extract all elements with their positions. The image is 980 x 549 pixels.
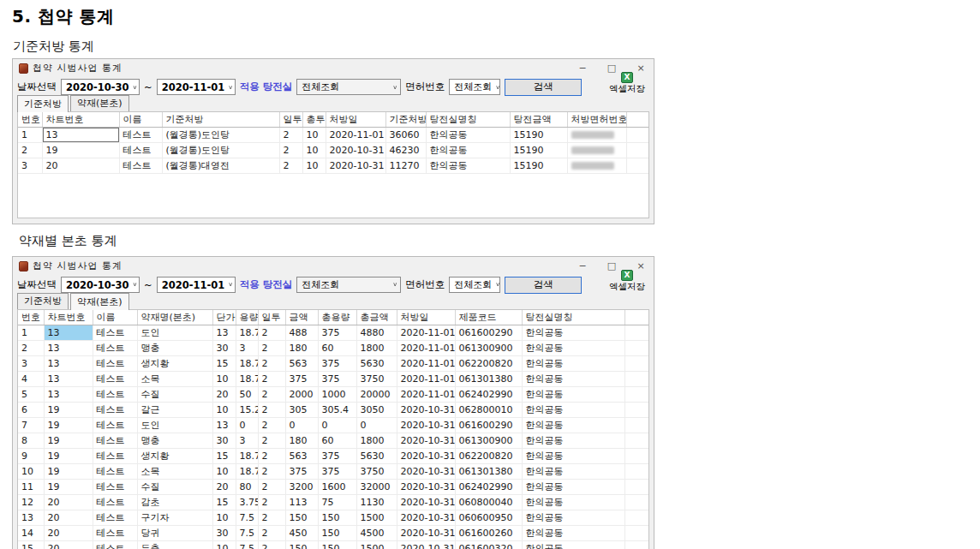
cell[interactable]: 50 (236, 387, 258, 403)
cell[interactable]: 13 (44, 356, 93, 372)
tab-herb-material[interactable]: 약재(본초) (70, 293, 129, 310)
cell[interactable]: (월경통)도인탕 (162, 143, 279, 158)
cell[interactable]: 150 (318, 510, 356, 526)
cell[interactable]: 소목 (137, 464, 212, 480)
cell[interactable]: 3200 (285, 480, 318, 495)
cell[interactable]: 5630 (356, 356, 397, 372)
cell[interactable]: 150 (285, 541, 318, 549)
cell[interactable]: 2 (258, 372, 285, 387)
cell[interactable]: 2020-11-01 (397, 372, 455, 387)
cell[interactable]: 테스트 (93, 541, 137, 549)
pharmacy-combobox[interactable]: 전체조회 ∨ (296, 277, 401, 293)
column-header[interactable]: 기준처방금 (385, 112, 426, 128)
cell[interactable]: 150 (318, 526, 356, 541)
excel-save-button[interactable]: X 엑셀저장 (606, 72, 648, 94)
cell[interactable]: 테스트 (93, 418, 137, 433)
cell[interactable]: 13 (18, 510, 44, 526)
cell[interactable]: 한의공동 (426, 158, 510, 174)
cell[interactable]: 46230 (385, 143, 426, 158)
cell[interactable]: 테스트 (93, 526, 137, 541)
cell[interactable]: 20000 (356, 387, 397, 403)
cell[interactable]: 062402990 (455, 480, 522, 495)
minimize-icon[interactable]: − (577, 261, 588, 272)
cell[interactable]: 테스트 (93, 341, 137, 356)
cell[interactable]: 2020-10-31 (397, 480, 455, 495)
cell[interactable]: 375 (318, 449, 356, 464)
cell[interactable]: 한의공동 (522, 356, 624, 372)
cell[interactable]: 2 (258, 480, 285, 495)
cell[interactable]: 2020-10-31 (397, 418, 455, 433)
cell[interactable]: 375 (318, 356, 356, 372)
cell[interactable]: 테스트 (93, 325, 137, 341)
cell[interactable]: 75 (318, 495, 356, 510)
cell[interactable]: 7.5 (236, 541, 258, 549)
cell[interactable]: 10 (212, 464, 236, 480)
cell[interactable]: 18.7 (236, 325, 258, 341)
cell[interactable]: 061300900 (455, 341, 522, 356)
pharmacy-combobox[interactable]: 전체조회 ∨ (296, 79, 401, 95)
column-header[interactable]: 총투 (302, 112, 326, 128)
cell[interactable]: 060800040 (455, 495, 522, 510)
cell[interactable]: 2020-10-31 (326, 143, 385, 158)
cell[interactable]: 한의공동 (522, 495, 624, 510)
column-header[interactable]: 처방일 (397, 310, 455, 325)
cell[interactable]: 20 (44, 510, 93, 526)
cell[interactable]: 2020-11-01 (397, 341, 455, 356)
cell[interactable]: 테스트 (93, 510, 137, 526)
cell[interactable]: 2 (258, 495, 285, 510)
cell[interactable]: 0 (318, 418, 356, 433)
column-header[interactable]: 기준처방 (162, 112, 279, 128)
column-header[interactable]: 탕전실명칭 (522, 310, 624, 325)
cell[interactable]: 450 (285, 526, 318, 541)
cell[interactable]: 2 (258, 510, 285, 526)
cell[interactable]: 11 (18, 480, 44, 495)
cell[interactable]: 15 (212, 495, 236, 510)
cell[interactable]: (월경통)도인탕 (162, 128, 279, 143)
cell[interactable]: 3 (236, 433, 258, 449)
cell[interactable]: 테스트 (93, 449, 137, 464)
cell[interactable]: 13 (44, 341, 93, 356)
cell[interactable]: 10 (212, 403, 236, 418)
column-header[interactable]: 단가 (212, 310, 236, 325)
column-header[interactable]: 이름 (93, 310, 137, 325)
cell[interactable]: 20 (42, 158, 119, 174)
cell[interactable]: 갈근 (137, 403, 212, 418)
cell[interactable]: 2 (258, 464, 285, 480)
cell[interactable]: 060600950 (455, 510, 522, 526)
cell[interactable]: 2020-10-31 (397, 526, 455, 541)
cell[interactable]: 0 (285, 418, 318, 433)
date-to-combobox[interactable]: 2020-11-01 ∨ (157, 79, 236, 95)
cell[interactable]: 10 (18, 464, 44, 480)
column-header[interactable]: 차트번호 (44, 310, 93, 325)
cell[interactable]: 0 (236, 418, 258, 433)
cell[interactable]: 한의공동 (522, 510, 624, 526)
cell[interactable]: 한의공동 (522, 464, 624, 480)
search-button[interactable]: 검색 (505, 79, 582, 96)
cell[interactable]: 10 (212, 510, 236, 526)
cell[interactable]: 10 (302, 143, 326, 158)
cell[interactable]: 563 (285, 356, 318, 372)
cell[interactable]: 10 (212, 541, 236, 549)
cell[interactable]: 4 (18, 372, 44, 387)
cell[interactable]: 3 (18, 356, 44, 372)
column-header[interactable]: 번호 (18, 112, 42, 128)
cell[interactable]: 19 (44, 464, 93, 480)
cell[interactable]: 60 (318, 433, 356, 449)
cell[interactable]: 1 (18, 325, 44, 341)
cell[interactable]: 2020-11-01 (397, 325, 455, 341)
cell[interactable]: 061300900 (455, 433, 522, 449)
cell[interactable]: 15 (212, 356, 236, 372)
column-header[interactable]: 탕전실명칭 (426, 112, 510, 128)
cell[interactable]: 180 (285, 341, 318, 356)
cell[interactable]: 테스트 (93, 356, 137, 372)
cell[interactable]: 테스트 (93, 372, 137, 387)
cell[interactable]: 테스트 (93, 480, 137, 495)
cell[interactable]: 한의공동 (522, 541, 624, 549)
cell[interactable]: 062200820 (455, 449, 522, 464)
cell[interactable]: 테스트 (93, 403, 137, 418)
cell[interactable]: 2 (258, 526, 285, 541)
cell[interactable]: 4880 (356, 325, 397, 341)
cell[interactable]: 2020-11-01 (326, 128, 385, 143)
cell[interactable]: 2 (258, 433, 285, 449)
cell[interactable]: 14 (18, 526, 44, 541)
